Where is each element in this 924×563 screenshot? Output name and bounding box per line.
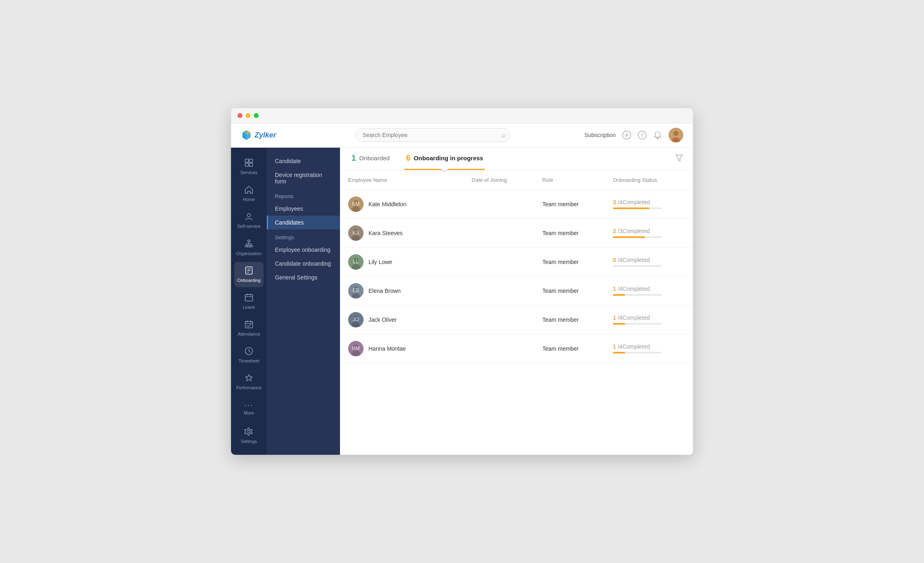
sidebar-item-home[interactable]: Home bbox=[234, 181, 264, 206]
employee-name: Hanna Montae bbox=[368, 345, 406, 352]
progress-bar-fill bbox=[613, 207, 649, 209]
status-text: 1 /4Completed bbox=[613, 343, 685, 350]
tab-active-arrow bbox=[440, 169, 449, 173]
status-label: Completed bbox=[622, 314, 650, 321]
sidebar-item-attendance[interactable]: Attendance bbox=[234, 316, 264, 341]
sidebar-candidate[interactable]: Candidate bbox=[267, 154, 340, 168]
status-text: 3 /4Completed bbox=[613, 199, 685, 205]
progress-bar-bg bbox=[613, 352, 662, 354]
performance-label: Performance bbox=[236, 385, 262, 391]
tab-bar: 1 Onboarded 6 Onboarding in progress bbox=[340, 148, 693, 170]
logo[interactable]: Zylker bbox=[241, 129, 281, 141]
svg-point-10 bbox=[673, 131, 678, 136]
table-row[interactable]: EB Elena Brown Team member 1 /4Completed bbox=[340, 276, 693, 305]
date-joining-cell bbox=[464, 276, 534, 305]
close-button[interactable] bbox=[238, 113, 242, 118]
organization-label: Organization bbox=[236, 251, 262, 256]
logo-text: Zylker bbox=[255, 131, 276, 140]
title-bar bbox=[231, 108, 693, 123]
table-row[interactable]: JO Jack Oliver Team member 1 /4Completed bbox=[340, 305, 693, 334]
svg-line-40 bbox=[249, 351, 251, 352]
status-cell: 1 /4Completed bbox=[605, 305, 693, 334]
date-joining-cell bbox=[464, 305, 534, 334]
table-row[interactable]: KS Kara Steeves Team member 2 /3Complete… bbox=[340, 218, 693, 247]
progress-bar-bg bbox=[613, 265, 662, 267]
sidebar-employee-onboarding[interactable]: Employee onboarding bbox=[267, 243, 340, 257]
sidebar-item-performance[interactable]: Performance bbox=[234, 369, 264, 395]
role-cell: Team member bbox=[534, 218, 605, 247]
svg-text:KM: KM bbox=[352, 201, 360, 207]
svg-rect-19 bbox=[248, 245, 250, 247]
sidebar-item-more[interactable]: ··· More bbox=[234, 397, 264, 420]
employee-name-cell: KS Kara Steeves bbox=[340, 218, 464, 247]
self-service-label: Self-service bbox=[237, 224, 260, 229]
svg-rect-30 bbox=[245, 295, 253, 301]
status-label: Completed bbox=[622, 228, 650, 234]
sidebar-employees[interactable]: Employees bbox=[267, 202, 340, 216]
status-slash: / bbox=[616, 314, 619, 321]
table-row[interactable]: KM Kate Middleton Team member 3 /4Comple… bbox=[340, 190, 693, 218]
notification-icon[interactable] bbox=[653, 131, 662, 140]
col-onboarding-status: Onboarding Status bbox=[605, 170, 693, 190]
table-header-row: Employee Name Date of Joining Role Onboa… bbox=[340, 170, 693, 190]
maximize-button[interactable] bbox=[254, 113, 259, 118]
svg-text:KS: KS bbox=[353, 230, 359, 236]
table-container: Employee Name Date of Joining Role Onboa… bbox=[340, 170, 693, 455]
attendance-icon bbox=[244, 320, 253, 330]
role-cell: Team member bbox=[534, 190, 605, 218]
subscription-label[interactable]: Subscription bbox=[584, 132, 616, 138]
in-progress-label: Onboarding in progress bbox=[414, 155, 483, 161]
status-label: Completed bbox=[622, 343, 650, 350]
tab-onboarded[interactable]: 1 Onboarded bbox=[350, 148, 391, 170]
progress-bar-fill bbox=[613, 323, 625, 325]
leave-icon bbox=[244, 293, 253, 303]
sidebar-device-reg[interactable]: Device registration form bbox=[267, 168, 340, 188]
sidebar-item-settings[interactable]: Settings bbox=[234, 423, 264, 448]
sidebar-reports-header: Reports bbox=[267, 188, 340, 202]
add-icon[interactable] bbox=[622, 131, 631, 140]
user-avatar[interactable] bbox=[669, 128, 683, 142]
sidebar-item-timesheet[interactable]: Timesheet bbox=[234, 343, 264, 368]
header: Zylker ⌕ Subscription ? bbox=[231, 123, 693, 148]
tab-onboarding-in-progress[interactable]: 6 Onboarding in progress bbox=[404, 148, 485, 170]
employee-avatar: KM bbox=[348, 196, 364, 212]
progress-bar-bg bbox=[613, 207, 662, 209]
status-cell: 1 /4Completed bbox=[605, 334, 693, 363]
employee-avatar: HM bbox=[348, 341, 364, 356]
status-cell: 2 /3Completed bbox=[605, 218, 693, 247]
settings-nav-icon bbox=[244, 427, 253, 437]
minimize-button[interactable] bbox=[246, 113, 251, 118]
employee-avatar: LL bbox=[348, 254, 364, 270]
svg-rect-12 bbox=[245, 159, 248, 162]
sidebar-general-settings[interactable]: General Settings bbox=[267, 271, 340, 284]
sidebar-item-services[interactable]: Services bbox=[234, 154, 264, 179]
svg-point-8 bbox=[657, 137, 658, 139]
svg-text:EB: EB bbox=[353, 288, 359, 293]
sidebar-item-leave[interactable]: Leave bbox=[234, 289, 264, 314]
onboarded-label: Onboarded bbox=[359, 155, 390, 161]
sidebar-item-onboarding[interactable]: Onboarding bbox=[234, 262, 264, 287]
status-completed: 1 bbox=[613, 314, 616, 321]
col-employee-name: Employee Name bbox=[340, 170, 464, 190]
status-slash: / bbox=[616, 228, 619, 234]
sidebar-candidate-onboarding[interactable]: Candidate onboarding bbox=[267, 257, 340, 271]
search-icon[interactable]: ⌕ bbox=[502, 131, 506, 139]
search-input[interactable] bbox=[355, 128, 510, 142]
services-label: Services bbox=[240, 170, 257, 175]
table-body: KM Kate Middleton Team member 3 /4Comple… bbox=[340, 190, 693, 363]
status-label: Completed bbox=[622, 286, 650, 292]
table-row[interactable]: LL Lily Lowe Team member 0 /4Completed bbox=[340, 247, 693, 276]
status-slash: / bbox=[616, 199, 619, 205]
onboarding-label: Onboarding bbox=[237, 278, 261, 283]
svg-rect-18 bbox=[245, 245, 248, 247]
table-row[interactable]: HM Hanna Montae Team member 1 /4Complete… bbox=[340, 334, 693, 363]
sidebar-item-self-service[interactable]: Self-service bbox=[234, 208, 264, 233]
date-joining-cell bbox=[464, 247, 534, 276]
col-date-joining: Date of Joining bbox=[464, 170, 534, 190]
sidebar-item-organization[interactable]: Organization bbox=[234, 235, 264, 260]
help-icon[interactable]: ? bbox=[638, 131, 647, 140]
sidebar-candidates[interactable]: Candidates bbox=[267, 216, 340, 229]
status-slash: / bbox=[616, 257, 619, 263]
filter-icon[interactable] bbox=[675, 154, 683, 164]
content-area: 1 Onboarded 6 Onboarding in progress bbox=[340, 148, 693, 455]
